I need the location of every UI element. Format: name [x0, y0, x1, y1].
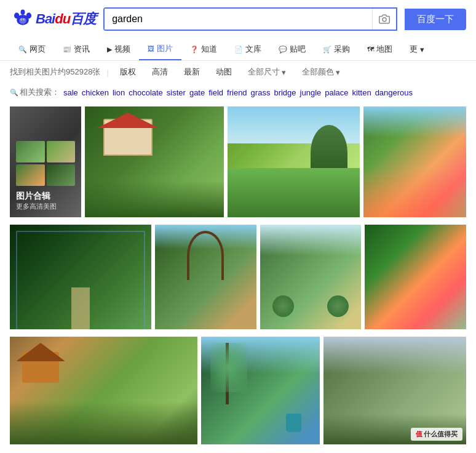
tab-news[interactable]: 📰 资讯 [54, 39, 98, 60]
list-item[interactable] [365, 225, 466, 329]
related-friend[interactable]: friend [227, 88, 247, 97]
result-count: 找到相关图片约952928张 [10, 66, 100, 78]
tab-wenku[interactable]: 📄 文库 [226, 39, 270, 60]
header: Baidu百度 garden 百度一下 [0, 0, 476, 38]
tab-zhidao[interactable]: ❓ 知道 [181, 39, 226, 60]
tieba-icon: 💬 [279, 46, 287, 54]
related-label: 🔍 相关搜索： [10, 87, 60, 98]
watermark-badge: 值 什么值得买 [411, 428, 462, 441]
nav-tabs: 🔍 网页 📰 资讯 ▶ 视频 🖼 图片 ❓ 知道 📄 文库 💬 贴吧 🛒 采购 … [0, 38, 476, 61]
filter-size-dropdown[interactable]: 全部尺寸 ▾ [243, 65, 291, 79]
related-gate[interactable]: gate [189, 88, 205, 97]
list-item[interactable] [260, 225, 362, 329]
filter-latest[interactable]: 最新 [179, 65, 205, 79]
image-row-3: 值 什么值得买 [10, 337, 466, 444]
filter-bar: 找到相关图片约952928张 | 版权 高清 最新 动图 全部尺寸 ▾ 全部颜色… [0, 61, 476, 83]
collection-title: 图片合辑 [16, 191, 75, 202]
related-grass[interactable]: grass [251, 88, 271, 97]
related-chicken[interactable]: chicken [82, 88, 109, 97]
svg-point-1 [14, 13, 19, 19]
baidu-icon [10, 6, 36, 32]
related-searches: 🔍 相关搜索： sale chicken lion chocolate sist… [0, 83, 476, 102]
search-button[interactable]: 百度一下 [405, 9, 466, 30]
svg-point-8 [24, 19, 25, 20]
webpage-icon: 🔍 [18, 46, 27, 54]
related-kitten[interactable]: kitten [352, 88, 371, 97]
chevron-down-icon: ▾ [420, 45, 424, 54]
filter-copyright[interactable]: 版权 [115, 65, 141, 79]
image-grid: 图片合辑 更多高清美图 [0, 102, 476, 453]
search-icon: 🔍 [10, 89, 18, 97]
video-icon: ▶ [107, 46, 112, 54]
related-bridge[interactable]: bridge [274, 88, 296, 97]
caigou-icon: 🛒 [323, 46, 331, 54]
list-item[interactable] [10, 337, 197, 444]
search-bar: garden [103, 7, 397, 31]
tab-map[interactable]: 🗺 地图 [359, 39, 401, 60]
svg-point-9 [383, 18, 386, 22]
filter-color-dropdown[interactable]: 全部颜色 ▾ [297, 65, 345, 79]
list-item[interactable] [155, 225, 256, 329]
svg-point-7 [22, 19, 22, 20]
tab-video[interactable]: ▶ 视频 [98, 39, 139, 60]
baidu-logo[interactable]: Baidu百度 [10, 6, 96, 32]
related-sister[interactable]: sister [167, 88, 186, 97]
related-jungle[interactable]: jungle [300, 88, 322, 97]
chevron-down-icon: ▾ [336, 68, 340, 77]
zhidao-icon: ❓ [190, 46, 199, 54]
tab-images[interactable]: 🖼 图片 [139, 38, 181, 60]
list-item[interactable]: 值 什么值得买 [323, 337, 466, 444]
related-palace[interactable]: palace [325, 88, 348, 97]
tab-caigou[interactable]: 🛒 采购 [314, 39, 359, 60]
chevron-down-icon: ▾ [282, 68, 286, 77]
related-field[interactable]: field [208, 88, 223, 97]
tab-more[interactable]: 更 ▾ [401, 39, 433, 60]
news-icon: 📰 [63, 46, 71, 54]
image-row-2 [10, 225, 466, 329]
list-item[interactable] [10, 225, 151, 329]
svg-point-3 [21, 10, 25, 15]
logo-text: Baidu百度 [36, 10, 96, 28]
camera-button[interactable] [372, 9, 396, 30]
filter-gif[interactable]: 动图 [211, 65, 237, 79]
svg-point-2 [26, 13, 31, 19]
related-sale[interactable]: sale [63, 88, 78, 97]
image-row-1: 图片合辑 更多高清美图 [10, 106, 466, 217]
related-dangerous[interactable]: dangerous [375, 88, 413, 97]
wenku-icon: 📄 [234, 46, 243, 54]
tab-tieba[interactable]: 💬 贴吧 [270, 39, 314, 60]
list-item[interactable] [201, 337, 320, 444]
image-collection-card[interactable]: 图片合辑 更多高清美图 [10, 106, 81, 217]
search-input[interactable]: garden [105, 9, 372, 30]
svg-point-4 [19, 18, 26, 24]
list-item[interactable] [85, 106, 224, 217]
image-icon: 🖼 [148, 45, 154, 52]
map-icon: 🗺 [367, 46, 374, 53]
tab-webpage[interactable]: 🔍 网页 [10, 39, 54, 60]
list-item[interactable] [228, 106, 360, 217]
filter-hd[interactable]: 高清 [147, 65, 173, 79]
filter-separator: | [106, 68, 108, 77]
list-item[interactable] [363, 106, 466, 217]
collection-subtitle: 更多高清美图 [16, 202, 75, 211]
related-chocolate[interactable]: chocolate [129, 88, 163, 97]
related-lion[interactable]: lion [113, 88, 125, 97]
